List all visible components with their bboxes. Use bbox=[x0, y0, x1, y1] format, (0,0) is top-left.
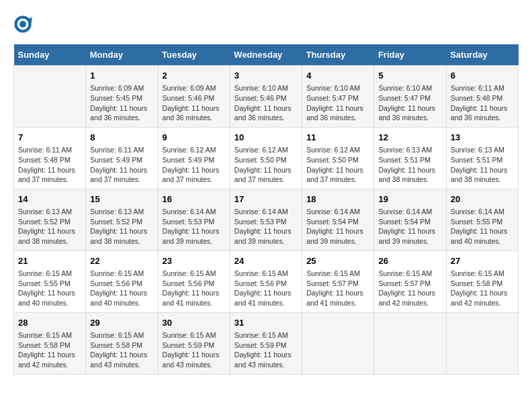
day-info: Sunrise: 6:15 AM Sunset: 5:57 PM Dayligh… bbox=[306, 269, 369, 308]
logo-icon bbox=[13, 15, 32, 34]
logo bbox=[13, 13, 35, 34]
day-cell: 22Sunrise: 6:15 AM Sunset: 5:56 PM Dayli… bbox=[86, 250, 158, 312]
header-row: SundayMondayTuesdayWednesdayThursdayFrid… bbox=[14, 44, 519, 66]
day-info: Sunrise: 6:12 AM Sunset: 5:50 PM Dayligh… bbox=[306, 145, 369, 185]
day-number: 8 bbox=[90, 132, 153, 144]
day-info: Sunrise: 6:13 AM Sunset: 5:51 PM Dayligh… bbox=[451, 145, 514, 185]
week-row-1: 1Sunrise: 6:09 AM Sunset: 5:45 PM Daylig… bbox=[14, 66, 519, 128]
day-cell: 16Sunrise: 6:14 AM Sunset: 5:53 PM Dayli… bbox=[158, 189, 230, 250]
day-cell: 15Sunrise: 6:13 AM Sunset: 5:52 PM Dayli… bbox=[86, 189, 158, 250]
day-info: Sunrise: 6:11 AM Sunset: 5:48 PM Dayligh… bbox=[451, 83, 514, 123]
day-cell: 23Sunrise: 6:15 AM Sunset: 5:56 PM Dayli… bbox=[158, 250, 230, 312]
day-info: Sunrise: 6:15 AM Sunset: 5:59 PM Dayligh… bbox=[163, 330, 226, 370]
day-number: 15 bbox=[90, 193, 153, 205]
day-info: Sunrise: 6:15 AM Sunset: 5:58 PM Dayligh… bbox=[18, 330, 81, 370]
day-cell: 2Sunrise: 6:09 AM Sunset: 5:46 PM Daylig… bbox=[158, 66, 230, 128]
column-header-wednesday: Wednesday bbox=[230, 44, 302, 66]
day-cell: 27Sunrise: 6:15 AM Sunset: 5:58 PM Dayli… bbox=[446, 250, 518, 312]
day-info: Sunrise: 6:15 AM Sunset: 5:56 PM Dayligh… bbox=[234, 269, 298, 308]
column-header-thursday: Thursday bbox=[302, 44, 374, 66]
day-cell: 12Sunrise: 6:13 AM Sunset: 5:51 PM Dayli… bbox=[374, 127, 446, 189]
day-cell: 13Sunrise: 6:13 AM Sunset: 5:51 PM Dayli… bbox=[446, 127, 518, 189]
day-cell: 6Sunrise: 6:11 AM Sunset: 5:48 PM Daylig… bbox=[446, 66, 518, 128]
day-number: 7 bbox=[18, 132, 81, 144]
day-info: Sunrise: 6:15 AM Sunset: 5:58 PM Dayligh… bbox=[451, 269, 514, 308]
day-info: Sunrise: 6:15 AM Sunset: 5:59 PM Dayligh… bbox=[234, 330, 298, 370]
day-cell: 14Sunrise: 6:13 AM Sunset: 5:52 PM Dayli… bbox=[14, 189, 86, 250]
day-cell: 1Sunrise: 6:09 AM Sunset: 5:45 PM Daylig… bbox=[86, 66, 158, 128]
day-cell: 31Sunrise: 6:15 AM Sunset: 5:59 PM Dayli… bbox=[230, 312, 302, 374]
day-number: 5 bbox=[378, 70, 441, 82]
day-cell: 29Sunrise: 6:15 AM Sunset: 5:58 PM Dayli… bbox=[86, 312, 158, 374]
day-cell: 30Sunrise: 6:15 AM Sunset: 5:59 PM Dayli… bbox=[158, 312, 230, 374]
day-info: Sunrise: 6:15 AM Sunset: 5:57 PM Dayligh… bbox=[378, 269, 441, 308]
day-number: 6 bbox=[451, 70, 514, 82]
day-info: Sunrise: 6:13 AM Sunset: 5:52 PM Dayligh… bbox=[90, 207, 153, 246]
calendar-table: SundayMondayTuesdayWednesdayThursdayFrid… bbox=[13, 44, 519, 375]
day-number: 10 bbox=[234, 132, 298, 144]
day-info: Sunrise: 6:13 AM Sunset: 5:51 PM Dayligh… bbox=[378, 145, 441, 185]
day-info: Sunrise: 6:14 AM Sunset: 5:55 PM Dayligh… bbox=[451, 207, 514, 246]
day-number: 28 bbox=[18, 317, 81, 329]
column-header-friday: Friday bbox=[374, 44, 446, 66]
day-cell: 19Sunrise: 6:14 AM Sunset: 5:54 PM Dayli… bbox=[374, 189, 446, 250]
day-number: 22 bbox=[90, 255, 153, 267]
day-number: 24 bbox=[234, 255, 298, 267]
day-number: 31 bbox=[234, 317, 298, 329]
day-number: 20 bbox=[451, 193, 514, 205]
day-info: Sunrise: 6:12 AM Sunset: 5:49 PM Dayligh… bbox=[163, 145, 226, 185]
day-number: 13 bbox=[451, 132, 514, 144]
day-cell: 11Sunrise: 6:12 AM Sunset: 5:50 PM Dayli… bbox=[302, 127, 374, 189]
week-row-3: 14Sunrise: 6:13 AM Sunset: 5:52 PM Dayli… bbox=[14, 189, 519, 250]
day-number: 3 bbox=[234, 70, 298, 82]
day-info: Sunrise: 6:14 AM Sunset: 5:54 PM Dayligh… bbox=[378, 207, 441, 246]
day-info: Sunrise: 6:11 AM Sunset: 5:49 PM Dayligh… bbox=[90, 145, 153, 185]
day-cell: 8Sunrise: 6:11 AM Sunset: 5:49 PM Daylig… bbox=[86, 127, 158, 189]
day-number: 21 bbox=[18, 255, 81, 267]
day-info: Sunrise: 6:12 AM Sunset: 5:50 PM Dayligh… bbox=[234, 145, 298, 185]
day-cell bbox=[374, 312, 446, 374]
day-number: 16 bbox=[163, 193, 226, 205]
day-cell bbox=[302, 312, 374, 374]
column-header-sunday: Sunday bbox=[14, 44, 86, 66]
day-number: 17 bbox=[234, 193, 298, 205]
day-number: 2 bbox=[163, 70, 226, 82]
day-info: Sunrise: 6:10 AM Sunset: 5:47 PM Dayligh… bbox=[378, 83, 441, 123]
day-number: 27 bbox=[451, 255, 514, 267]
day-cell: 25Sunrise: 6:15 AM Sunset: 5:57 PM Dayli… bbox=[302, 250, 374, 312]
calendar-body: 1Sunrise: 6:09 AM Sunset: 5:45 PM Daylig… bbox=[14, 66, 519, 375]
column-header-tuesday: Tuesday bbox=[158, 44, 230, 66]
page-header bbox=[13, 13, 519, 34]
column-header-monday: Monday bbox=[86, 44, 158, 66]
day-cell: 18Sunrise: 6:14 AM Sunset: 5:54 PM Dayli… bbox=[302, 189, 374, 250]
day-info: Sunrise: 6:11 AM Sunset: 5:48 PM Dayligh… bbox=[18, 145, 81, 185]
day-number: 12 bbox=[378, 132, 441, 144]
week-row-5: 28Sunrise: 6:15 AM Sunset: 5:58 PM Dayli… bbox=[14, 312, 519, 374]
day-info: Sunrise: 6:15 AM Sunset: 5:56 PM Dayligh… bbox=[90, 269, 153, 308]
day-number: 1 bbox=[90, 70, 153, 82]
week-row-4: 21Sunrise: 6:15 AM Sunset: 5:55 PM Dayli… bbox=[14, 250, 519, 312]
day-number: 14 bbox=[18, 193, 81, 205]
day-info: Sunrise: 6:10 AM Sunset: 5:47 PM Dayligh… bbox=[306, 83, 369, 123]
day-number: 11 bbox=[306, 132, 369, 144]
svg-point-2 bbox=[19, 21, 26, 28]
day-cell: 26Sunrise: 6:15 AM Sunset: 5:57 PM Dayli… bbox=[374, 250, 446, 312]
day-cell bbox=[14, 66, 86, 128]
day-info: Sunrise: 6:14 AM Sunset: 5:53 PM Dayligh… bbox=[234, 207, 298, 246]
day-info: Sunrise: 6:14 AM Sunset: 5:54 PM Dayligh… bbox=[306, 207, 369, 246]
day-info: Sunrise: 6:15 AM Sunset: 5:56 PM Dayligh… bbox=[163, 269, 226, 308]
day-cell: 17Sunrise: 6:14 AM Sunset: 5:53 PM Dayli… bbox=[230, 189, 302, 250]
day-cell: 3Sunrise: 6:10 AM Sunset: 5:46 PM Daylig… bbox=[230, 66, 302, 128]
day-cell: 10Sunrise: 6:12 AM Sunset: 5:50 PM Dayli… bbox=[230, 127, 302, 189]
day-cell: 4Sunrise: 6:10 AM Sunset: 5:47 PM Daylig… bbox=[302, 66, 374, 128]
day-number: 19 bbox=[378, 193, 441, 205]
week-row-2: 7Sunrise: 6:11 AM Sunset: 5:48 PM Daylig… bbox=[14, 127, 519, 189]
day-info: Sunrise: 6:09 AM Sunset: 5:45 PM Dayligh… bbox=[90, 83, 153, 123]
day-info: Sunrise: 6:15 AM Sunset: 5:58 PM Dayligh… bbox=[90, 330, 153, 370]
day-cell: 5Sunrise: 6:10 AM Sunset: 5:47 PM Daylig… bbox=[374, 66, 446, 128]
day-cell: 7Sunrise: 6:11 AM Sunset: 5:48 PM Daylig… bbox=[14, 127, 86, 189]
day-number: 4 bbox=[306, 70, 369, 82]
day-cell: 24Sunrise: 6:15 AM Sunset: 5:56 PM Dayli… bbox=[230, 250, 302, 312]
day-info: Sunrise: 6:13 AM Sunset: 5:52 PM Dayligh… bbox=[18, 207, 81, 246]
day-number: 25 bbox=[306, 255, 369, 267]
